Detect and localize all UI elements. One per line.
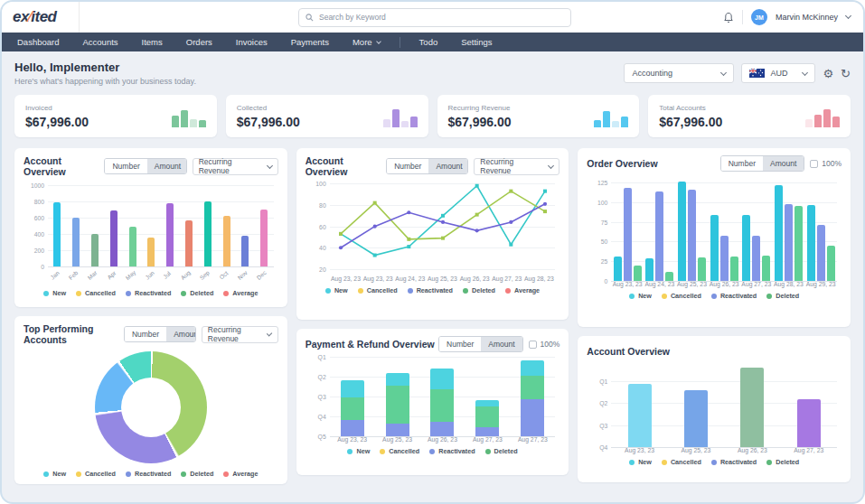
y-axis-label: Q4 [587, 444, 607, 451]
settings-gear-icon[interactable]: ⚙ [823, 68, 833, 79]
legend-label: Cancelled [85, 289, 116, 297]
nav-item-items[interactable]: Items [130, 33, 174, 51]
legend-item-reactivated[interactable]: Reactivated [126, 289, 171, 297]
legend-item-cancelled[interactable]: Cancelled [380, 447, 419, 455]
mini-bar [172, 116, 179, 127]
chevron-down-icon [267, 331, 273, 337]
y-axis-label: 200 [24, 247, 44, 254]
legend-item-deleted[interactable]: Deleted [181, 289, 213, 297]
nav-item-more[interactable]: More [341, 33, 392, 51]
x-axis-label: Aug 25, 23 [382, 436, 412, 443]
amount-toggle-button[interactable]: Amount [481, 337, 522, 351]
legend-item-average[interactable]: Average [223, 289, 258, 297]
legend-item-reactivated[interactable]: Reactivated [711, 458, 757, 466]
nav-item-invoices[interactable]: Invoices [224, 33, 279, 51]
legend-dot-icon [43, 291, 49, 296]
legend-item-new[interactable]: New [325, 286, 348, 294]
number-toggle-button[interactable]: Number [721, 156, 763, 171]
chevron-down-icon [267, 163, 273, 169]
legend-dot-icon [380, 449, 385, 454]
top-bar: ex⁄ited JM Marvin McKinney [2, 2, 863, 33]
nav-item-dashboard[interactable]: Dashboard [5, 33, 71, 51]
bar-deleted [730, 257, 738, 281]
legend-item-cancelled[interactable]: Cancelled [662, 292, 701, 300]
legend-item-new[interactable]: New [629, 458, 652, 466]
bar-deleted [762, 256, 770, 281]
search-input[interactable] [319, 13, 564, 22]
legend-item-cancelled[interactable]: Cancelled [76, 289, 116, 297]
legend-item-reactivated[interactable]: Reactivated [126, 470, 171, 478]
nav-item-settings[interactable]: Settings [449, 33, 503, 51]
metric-select[interactable]: Recurring Revenue [202, 326, 278, 343]
metric-select-value: Recurring Revenue [199, 157, 263, 175]
avatar[interactable]: JM [751, 9, 767, 25]
y-axis-label: 0 [587, 278, 607, 285]
x-axis-label: Aug 28, 23 [524, 275, 554, 282]
percent-checkbox[interactable]: 100% [529, 340, 560, 349]
nav-item-payments[interactable]: Payments [279, 33, 341, 51]
legend-label: Average [514, 286, 540, 294]
number-toggle-button[interactable]: Number [439, 337, 481, 351]
legend-item-reactivated[interactable]: Reactivated [408, 286, 453, 294]
legend-item-deleted[interactable]: Deleted [766, 292, 799, 300]
x-axis-label: May [124, 269, 141, 286]
legend-dot-icon [463, 288, 468, 294]
divider [742, 10, 743, 24]
payment-refund-overview-card: Payment & Refund Overview Number Amount … [296, 329, 569, 475]
x-axis-label: Aug 24, 23 [644, 281, 674, 287]
x-axis-label: Apr [106, 270, 122, 286]
user-menu-chevron-down-icon[interactable] [845, 13, 851, 19]
legend-item-cancelled[interactable]: Cancelled [662, 458, 701, 466]
metric-select[interactable]: Recurring Revenue [193, 158, 278, 175]
currency-select[interactable]: AUD [741, 63, 815, 83]
chart-legend: NewCancelledReactivatedDeleted [587, 458, 841, 466]
segment-deleted [430, 389, 454, 422]
nav-item-todo[interactable]: Todo [408, 33, 450, 51]
module-select[interactable]: Accounting [624, 63, 734, 83]
refresh-icon[interactable]: ↻ [841, 68, 851, 79]
y-axis-label: Q4 [306, 414, 326, 420]
amount-toggle-button[interactable]: Amount [166, 327, 196, 341]
amount-toggle-button[interactable]: Amount [763, 156, 804, 171]
legend-item-new[interactable]: New [43, 470, 66, 478]
stacked-bar [475, 400, 499, 436]
number-toggle-button[interactable]: Number [387, 159, 428, 173]
nav-item-orders[interactable]: Orders [174, 33, 224, 51]
legend-item-average[interactable]: Average [505, 286, 540, 294]
legend-item-cancelled[interactable]: Cancelled [358, 286, 398, 294]
mini-bar [823, 109, 831, 127]
percent-checkbox[interactable]: 100% [810, 159, 841, 168]
number-toggle-button[interactable]: Number [105, 159, 146, 173]
legend-item-new[interactable]: New [629, 292, 652, 300]
legend-item-new[interactable]: New [43, 289, 66, 297]
legend-item-reactivated[interactable]: Reactivated [429, 447, 475, 455]
plot-area: Q1Q2Q3Q4 [611, 364, 837, 447]
legend-item-average[interactable]: Average [223, 470, 258, 478]
metric-select[interactable]: Recurring Revenue [474, 158, 559, 175]
x-axis-labels: JanFebMarAprMayJunJulAugSepOctNovDec [48, 268, 274, 285]
legend-item-new[interactable]: New [347, 447, 370, 455]
legend-item-deleted[interactable]: Deleted [766, 458, 799, 466]
legend-item-reactivated[interactable]: Reactivated [711, 292, 757, 300]
segment-new [475, 400, 499, 406]
legend-item-deleted[interactable]: Deleted [463, 286, 495, 294]
legend-label: Average [232, 470, 258, 478]
search-bar[interactable] [298, 8, 571, 27]
legend-item-cancelled[interactable]: Cancelled [76, 470, 116, 478]
nav-item-accounts[interactable]: Accounts [71, 33, 129, 51]
legend-label: New [52, 289, 66, 297]
legend-item-deleted[interactable]: Deleted [181, 470, 213, 478]
mini-bar [621, 117, 628, 127]
legend-dot-icon [181, 471, 186, 477]
y-axis-label: 25 [587, 258, 607, 265]
kpi-text: Invoiced$67,996.00 [25, 104, 89, 129]
number-toggle-button[interactable]: Number [125, 327, 166, 341]
notification-bell-icon[interactable] [723, 12, 734, 23]
amount-toggle-button[interactable]: Amount [428, 159, 468, 173]
x-axis-labels: Aug 23, 23Aug 24, 23Aug 25, 23Aug 26, 23… [611, 281, 837, 287]
legend-item-deleted[interactable]: Deleted [485, 447, 518, 455]
logo[interactable]: ex⁄ited [2, 2, 80, 33]
x-axis-label: Aug 28, 23 [774, 281, 804, 287]
bar [223, 216, 230, 266]
amount-toggle-button[interactable]: Amount [147, 159, 187, 173]
